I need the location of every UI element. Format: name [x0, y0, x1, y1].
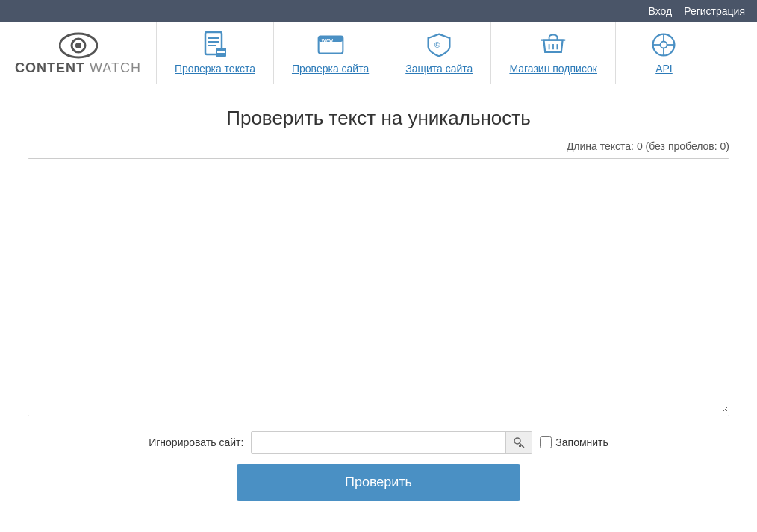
ignore-site-label: Игнорировать сайт: [149, 436, 243, 448]
nav-item-check-text[interactable]: Проверка текста [156, 22, 273, 84]
nav-label-check-text: Проверка текста [175, 63, 255, 75]
svg-rect-26 [519, 445, 521, 447]
nav-label-subscription: Магазин подписок [509, 63, 597, 75]
api-icon [650, 31, 677, 58]
ignore-site-input[interactable] [252, 433, 505, 452]
textarea-wrapper [28, 158, 729, 416]
logo-link[interactable]: © CONTENT WATCH [0, 22, 156, 84]
remember-checkbox[interactable] [540, 436, 552, 448]
svg-line-25 [522, 445, 523, 447]
svg-point-23 [514, 438, 520, 444]
logo-icon: © [59, 31, 98, 60]
bottom-controls: Игнорировать сайт: Запомнить Пров [28, 431, 729, 501]
top-bar: Вход Регистрация [0, 0, 757, 22]
check-text-icon [202, 31, 228, 58]
protect-site-icon: © [426, 31, 452, 58]
nav-label-api: API [655, 63, 673, 75]
nav-item-api[interactable]: API [615, 22, 712, 84]
nav-item-subscription[interactable]: Магазин подписок [490, 22, 615, 84]
svg-point-18 [661, 42, 667, 48]
main-content: Проверить текст на уникальность Длина те… [13, 84, 744, 523]
svg-text:©: © [434, 41, 440, 50]
nav-item-protect-site[interactable]: © Защита сайта [387, 22, 490, 84]
logo-text: CONTENT WATCH [15, 60, 141, 76]
key-icon [512, 436, 526, 449]
svg-text:www: www [320, 37, 333, 43]
register-link[interactable]: Регистрация [684, 5, 745, 17]
nav-item-check-site[interactable]: www Проверка сайта [273, 22, 387, 84]
text-input[interactable] [28, 159, 729, 413]
nav-bar: © CONTENT WATCH Проверка текста www [0, 22, 757, 84]
nav-label-check-site: Проверка сайта [292, 63, 369, 75]
ignore-site-row: Игнорировать сайт: Запомнить [149, 431, 608, 454]
login-link[interactable]: Вход [648, 5, 672, 17]
svg-text:©: © [75, 42, 81, 50]
ignore-site-icon-btn[interactable] [505, 432, 532, 453]
page-title: Проверить текст на уникальность [28, 107, 729, 130]
check-site-icon: www [317, 31, 344, 58]
nav-label-protect-site: Защита сайта [405, 63, 473, 75]
check-button[interactable]: Проверить [237, 464, 520, 501]
ignore-site-input-wrapper [251, 431, 532, 454]
text-length-info: Длина текста: 0 (без пробелов: 0) [28, 140, 729, 152]
remember-label[interactable]: Запомнить [540, 436, 608, 448]
subscription-icon [540, 31, 567, 58]
